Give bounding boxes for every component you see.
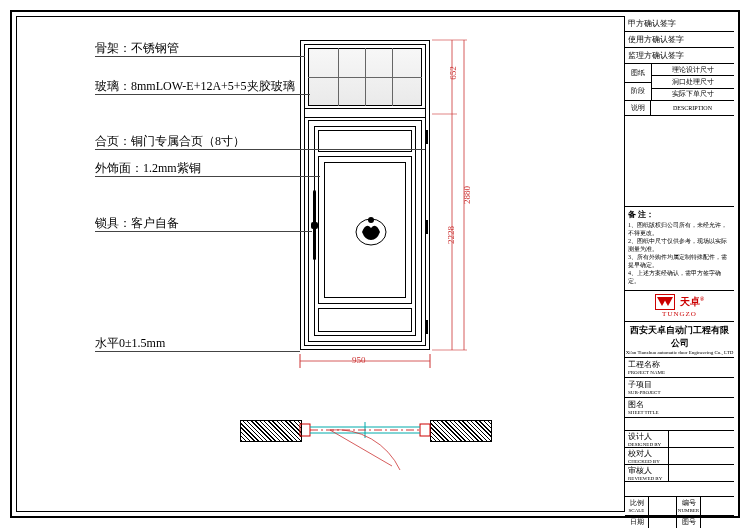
leader-line bbox=[95, 149, 425, 150]
row-subproject: 子项目 SUB-PROJECT bbox=[625, 378, 734, 398]
swing-arc-icon bbox=[330, 430, 410, 480]
callout-hinge: 合页：铜门专属合页（8寸） bbox=[95, 133, 245, 150]
hinge-icon bbox=[425, 220, 428, 234]
note-line: 1、图纸版权归公司所有，未经允许，不得更改。 bbox=[628, 221, 731, 237]
notes-title: 备 注： bbox=[628, 210, 731, 221]
brand-en: TUNGZO bbox=[625, 310, 734, 318]
svg-rect-12 bbox=[420, 424, 430, 436]
spacer bbox=[625, 482, 734, 497]
svg-point-1 bbox=[368, 217, 374, 223]
handle-boss bbox=[311, 222, 318, 229]
wall-hatch-left bbox=[240, 420, 302, 442]
callout-frame: 骨架：不锈钢管 bbox=[95, 40, 179, 57]
leader-line bbox=[95, 94, 310, 95]
transom-rail bbox=[308, 77, 422, 78]
leader-line bbox=[95, 176, 320, 177]
sign-row: 使用方确认签字 bbox=[625, 32, 734, 48]
desc-left: 说明 bbox=[625, 101, 651, 115]
stage-right: 理论设计尺寸 bbox=[652, 64, 734, 76]
leader-line bbox=[95, 351, 300, 352]
stage-grid: 图纸 阶段 理论设计尺寸 洞口处理尺寸 实际下单尺寸 bbox=[625, 64, 734, 101]
transom-bottom-rail bbox=[304, 108, 426, 118]
desc-right: DESCRIPTION bbox=[651, 101, 734, 115]
logo-icon bbox=[655, 294, 675, 310]
title-block: 甲方确认签字 使用方确认签字 监理方确认签字 图纸 阶段 理论设计尺寸 洞口处理… bbox=[624, 16, 734, 512]
hinge-icon bbox=[425, 130, 428, 144]
callout-glass: 玻璃：8mmLOW-E+12A+5+5夹胶玻璃 bbox=[95, 78, 295, 95]
svg-rect-11 bbox=[300, 424, 310, 436]
notes-box: 备 注： 1、图纸版权归公司所有，未经允许，不得更改。 2、图纸中尺寸仅供参考，… bbox=[625, 207, 734, 291]
stage-left: 图纸 bbox=[625, 64, 651, 83]
note-line: 4、上述方案经确认，需甲方签字确定。 bbox=[628, 269, 731, 285]
wall-hatch-right bbox=[430, 420, 492, 442]
emblem-icon bbox=[352, 210, 390, 248]
stage-right: 洞口处理尺寸 bbox=[652, 76, 734, 88]
row-scale-no: 比例 SCALE 编号 NUMBER bbox=[625, 497, 734, 516]
leader-line bbox=[95, 231, 312, 232]
note-line: 3、所有外购件均属定制特殊配件，需提早确定。 bbox=[628, 253, 731, 269]
panel-bottom bbox=[318, 308, 412, 332]
spacer bbox=[625, 418, 734, 431]
dim-total-value: 2880 bbox=[462, 186, 472, 204]
brand-cn: 天卓® bbox=[680, 295, 704, 309]
brand-logo: 天卓® TUNGZO bbox=[625, 291, 734, 322]
row-designer: 设计人 DESIGNED BY bbox=[625, 431, 734, 448]
hinge-icon bbox=[425, 320, 428, 334]
stage-right: 实际下单尺寸 bbox=[652, 89, 734, 100]
row-date-sheet: 日期 DATE 图号 SHEET bbox=[625, 516, 734, 528]
callout-level: 水平0±1.5mm bbox=[95, 335, 165, 352]
callout-facing: 外饰面：1.2mm紫铜 bbox=[95, 160, 201, 177]
row-project: 工程名称 PROJECT NAME bbox=[625, 358, 734, 378]
leader-line bbox=[95, 56, 305, 57]
row-reviewer: 审核人 REVIEWED BY bbox=[625, 465, 734, 482]
sign-row: 监理方确认签字 bbox=[625, 48, 734, 64]
company-en: Xi'an Tianzhuo automatic door Engineerin… bbox=[625, 350, 734, 358]
desc-area bbox=[625, 116, 734, 207]
stage-left: 阶段 bbox=[625, 83, 651, 101]
row-checker: 校对人 CHECKED BY bbox=[625, 448, 734, 465]
sign-row: 甲方确认签字 bbox=[625, 16, 734, 32]
callout-lock: 锁具：客户自备 bbox=[95, 215, 179, 232]
svg-line-17 bbox=[330, 430, 392, 466]
dim-upper-value: 652 bbox=[448, 66, 458, 80]
note-line: 2、图纸中尺寸仅供参考，现场以实际测量为准。 bbox=[628, 237, 731, 253]
desc-row: 说明 DESCRIPTION bbox=[625, 101, 734, 116]
company-cn: 西安天卓自动门工程有限公司 bbox=[625, 322, 734, 350]
row-sheetname: 图名 SHEET TITLE bbox=[625, 398, 734, 418]
dim-lower-value: 2228 bbox=[446, 226, 456, 244]
dim-width-value: 950 bbox=[352, 355, 366, 365]
